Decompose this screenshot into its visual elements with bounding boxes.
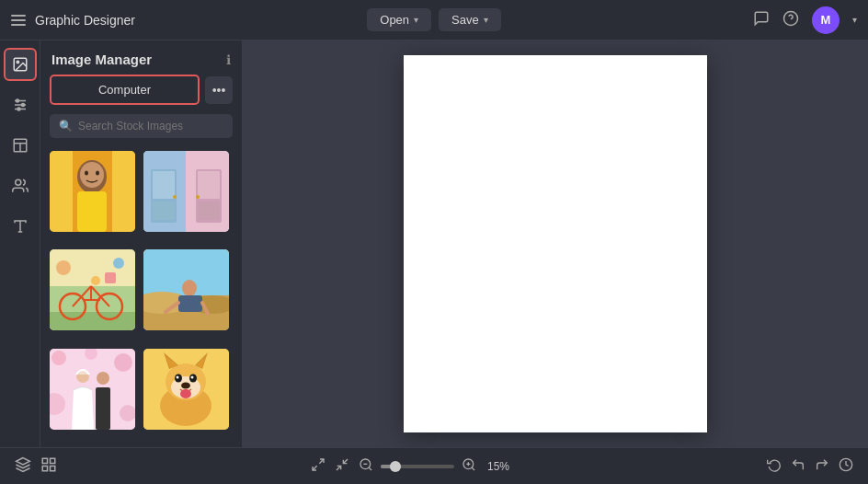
reset-icon[interactable] [767, 457, 782, 476]
list-item[interactable] [50, 151, 135, 232]
svg-marker-80 [17, 457, 30, 465]
save-button[interactable]: Save ▾ [439, 8, 501, 31]
grid-icon[interactable] [40, 456, 57, 477]
bottom-center: 15% [311, 457, 513, 476]
panel-buttons: Computer ••• [40, 75, 242, 114]
zoom-slider[interactable] [381, 465, 454, 468]
svg-line-90 [369, 467, 371, 470]
list-item[interactable] [143, 151, 229, 232]
bottom-right [767, 457, 853, 476]
svg-line-93 [472, 467, 474, 470]
svg-point-43 [91, 276, 100, 285]
history-icon[interactable] [839, 457, 853, 476]
open-button[interactable]: Open ▾ [367, 8, 431, 31]
info-icon[interactable]: ℹ [226, 52, 231, 67]
svg-point-21 [96, 171, 99, 176]
search-icon: 🔍 [59, 120, 73, 133]
svg-line-87 [337, 466, 341, 470]
bottombar: 15% [0, 447, 868, 484]
canvas-area [243, 40, 868, 447]
svg-rect-81 [42, 458, 47, 463]
zoom-out-icon[interactable] [359, 457, 373, 476]
image-panel: Image Manager ℹ Computer ••• 🔍 [40, 40, 243, 447]
save-chevron-icon: ▾ [484, 15, 488, 25]
svg-point-77 [190, 375, 193, 378]
bottom-left [15, 456, 57, 477]
svg-rect-32 [198, 202, 220, 220]
svg-rect-84 [42, 466, 47, 470]
topbar: Graphic Designer Open ▾ Save ▾ M ▾ [0, 0, 868, 40]
panel-title: Image Manager [51, 52, 152, 67]
svg-line-86 [313, 466, 317, 470]
svg-point-8 [17, 108, 20, 110]
search-bar[interactable]: 🔍 [50, 114, 233, 138]
redo-icon[interactable] [815, 457, 829, 476]
svg-point-12 [15, 179, 20, 185]
svg-point-6 [16, 99, 18, 102]
zoom-percentage: 15% [484, 460, 513, 473]
help-icon[interactable] [782, 10, 799, 30]
avatar[interactable]: M [812, 6, 839, 34]
svg-rect-54 [178, 295, 202, 312]
sidebar-item-images[interactable] [4, 48, 37, 81]
svg-point-29 [173, 195, 177, 199]
hamburger-icon[interactable] [11, 15, 26, 26]
svg-point-44 [56, 260, 71, 275]
panel-header: Image Manager ℹ [40, 40, 242, 75]
sidebar-item-adjust[interactable] [4, 88, 37, 121]
image-grid [40, 147, 242, 447]
svg-rect-46 [105, 272, 116, 283]
list-item[interactable] [143, 249, 229, 330]
svg-rect-31 [198, 171, 220, 199]
svg-point-59 [114, 353, 132, 372]
search-input[interactable] [78, 120, 223, 133]
svg-rect-28 [153, 202, 175, 220]
layers-icon[interactable] [15, 456, 31, 477]
svg-line-85 [319, 459, 324, 464]
icon-sidebar [0, 40, 40, 447]
svg-rect-83 [51, 466, 55, 470]
svg-line-88 [343, 459, 348, 464]
svg-point-19 [80, 162, 104, 188]
zoom-controls: 15% [359, 457, 513, 476]
main-area: Image Manager ℹ Computer ••• 🔍 [0, 40, 868, 447]
expand-icon[interactable] [311, 457, 326, 476]
svg-point-78 [181, 382, 190, 388]
app-title: Graphic Designer [35, 13, 135, 28]
avatar-chevron-icon[interactable]: ▾ [852, 15, 857, 25]
topbar-right: M ▾ [501, 6, 857, 34]
sidebar-item-people[interactable] [4, 169, 37, 202]
zoom-in-icon[interactable] [462, 457, 476, 476]
topbar-center: Open ▾ Save ▾ [367, 8, 500, 31]
open-chevron-icon: ▾ [414, 15, 418, 25]
svg-point-45 [113, 258, 124, 269]
list-item[interactable] [50, 249, 135, 330]
undo-icon[interactable] [791, 457, 805, 476]
svg-point-58 [51, 351, 66, 365]
svg-point-76 [176, 375, 178, 378]
list-item[interactable] [143, 349, 229, 430]
svg-point-64 [97, 372, 109, 385]
svg-point-33 [196, 195, 200, 199]
sidebar-item-text[interactable] [4, 210, 37, 243]
svg-point-79 [180, 389, 191, 398]
list-item[interactable] [50, 349, 135, 430]
svg-rect-65 [96, 387, 110, 430]
svg-point-7 [21, 104, 24, 107]
more-button[interactable]: ••• [205, 76, 233, 104]
design-canvas[interactable] [404, 55, 707, 432]
chat-icon[interactable] [753, 10, 770, 30]
svg-rect-82 [51, 458, 55, 463]
computer-button[interactable]: Computer [50, 75, 200, 105]
svg-rect-27 [153, 171, 175, 199]
topbar-left: Graphic Designer [11, 13, 367, 28]
svg-point-53 [182, 280, 197, 296]
sidebar-item-layout[interactable] [4, 129, 37, 162]
svg-point-20 [85, 171, 88, 176]
compress-icon[interactable] [335, 457, 349, 476]
svg-rect-18 [77, 191, 107, 232]
svg-point-2 [17, 61, 18, 63]
